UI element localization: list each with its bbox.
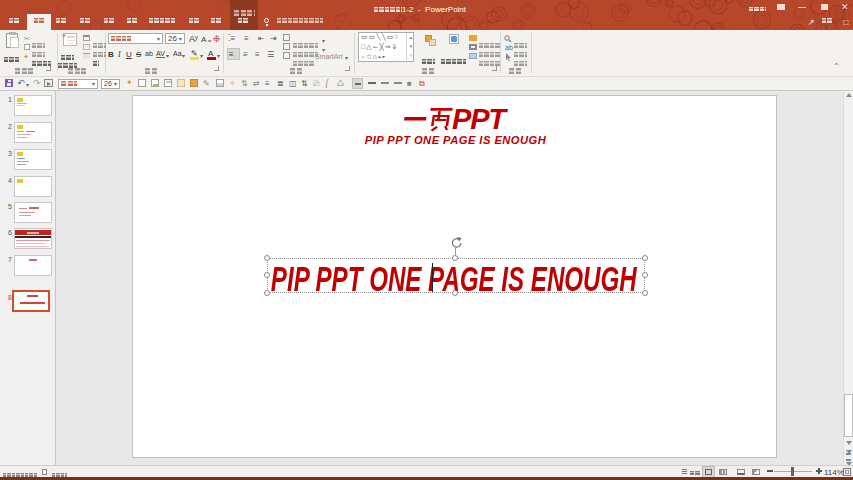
svg-text:PPT: PPT [452,106,508,134]
